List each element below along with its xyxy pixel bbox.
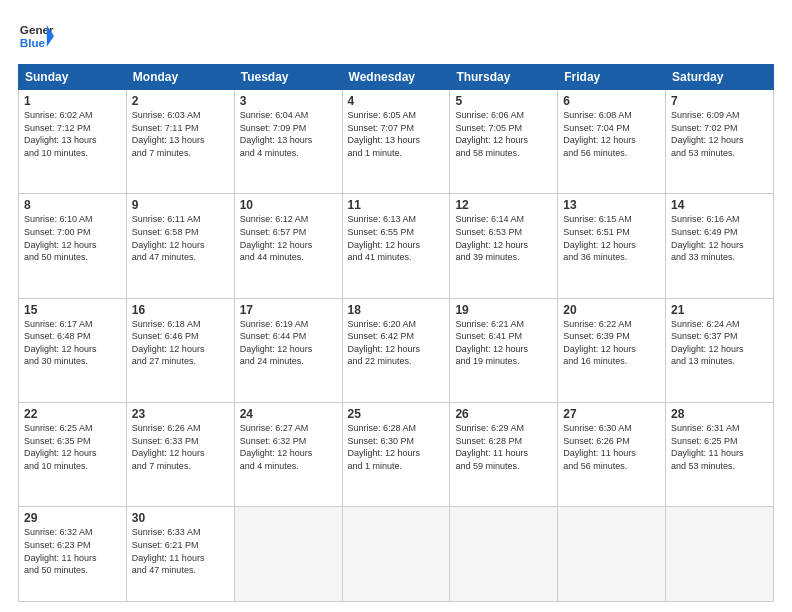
day-info: Sunrise: 6:14 AMSunset: 6:53 PMDaylight:… [455,213,552,263]
calendar-cell: 20Sunrise: 6:22 AMSunset: 6:39 PMDayligh… [558,298,666,402]
day-info: Sunrise: 6:08 AMSunset: 7:04 PMDaylight:… [563,109,660,159]
calendar-cell [342,507,450,602]
week-row-4: 22Sunrise: 6:25 AMSunset: 6:35 PMDayligh… [19,402,774,506]
day-info: Sunrise: 6:24 AMSunset: 6:37 PMDaylight:… [671,318,768,368]
day-info: Sunrise: 6:06 AMSunset: 7:05 PMDaylight:… [455,109,552,159]
day-number: 23 [132,407,229,421]
calendar-cell: 27Sunrise: 6:30 AMSunset: 6:26 PMDayligh… [558,402,666,506]
calendar-cell: 28Sunrise: 6:31 AMSunset: 6:25 PMDayligh… [666,402,774,506]
calendar-cell: 17Sunrise: 6:19 AMSunset: 6:44 PMDayligh… [234,298,342,402]
day-info: Sunrise: 6:20 AMSunset: 6:42 PMDaylight:… [348,318,445,368]
week-row-1: 1Sunrise: 6:02 AMSunset: 7:12 PMDaylight… [19,90,774,194]
calendar-cell: 13Sunrise: 6:15 AMSunset: 6:51 PMDayligh… [558,194,666,298]
day-info: Sunrise: 6:22 AMSunset: 6:39 PMDaylight:… [563,318,660,368]
day-info: Sunrise: 6:03 AMSunset: 7:11 PMDaylight:… [132,109,229,159]
day-number: 20 [563,303,660,317]
day-number: 2 [132,94,229,108]
day-info: Sunrise: 6:33 AMSunset: 6:21 PMDaylight:… [132,526,229,576]
calendar-cell: 12Sunrise: 6:14 AMSunset: 6:53 PMDayligh… [450,194,558,298]
calendar-cell: 9Sunrise: 6:11 AMSunset: 6:58 PMDaylight… [126,194,234,298]
day-number: 11 [348,198,445,212]
day-info: Sunrise: 6:31 AMSunset: 6:25 PMDaylight:… [671,422,768,472]
day-number: 7 [671,94,768,108]
calendar-cell: 8Sunrise: 6:10 AMSunset: 7:00 PMDaylight… [19,194,127,298]
day-header-wednesday: Wednesday [342,65,450,90]
day-number: 22 [24,407,121,421]
day-info: Sunrise: 6:28 AMSunset: 6:30 PMDaylight:… [348,422,445,472]
day-number: 12 [455,198,552,212]
day-number: 14 [671,198,768,212]
day-info: Sunrise: 6:02 AMSunset: 7:12 PMDaylight:… [24,109,121,159]
day-number: 13 [563,198,660,212]
logo: General Blue [18,18,54,54]
calendar-cell: 14Sunrise: 6:16 AMSunset: 6:49 PMDayligh… [666,194,774,298]
day-number: 26 [455,407,552,421]
day-header-friday: Friday [558,65,666,90]
calendar-cell: 15Sunrise: 6:17 AMSunset: 6:48 PMDayligh… [19,298,127,402]
day-number: 21 [671,303,768,317]
day-number: 30 [132,511,229,525]
logo-icon: General Blue [18,18,54,54]
calendar-cell: 24Sunrise: 6:27 AMSunset: 6:32 PMDayligh… [234,402,342,506]
calendar-cell: 4Sunrise: 6:05 AMSunset: 7:07 PMDaylight… [342,90,450,194]
calendar-cell: 23Sunrise: 6:26 AMSunset: 6:33 PMDayligh… [126,402,234,506]
week-row-2: 8Sunrise: 6:10 AMSunset: 7:00 PMDaylight… [19,194,774,298]
day-info: Sunrise: 6:10 AMSunset: 7:00 PMDaylight:… [24,213,121,263]
calendar-cell: 25Sunrise: 6:28 AMSunset: 6:30 PMDayligh… [342,402,450,506]
calendar-cell [450,507,558,602]
calendar-cell: 16Sunrise: 6:18 AMSunset: 6:46 PMDayligh… [126,298,234,402]
day-info: Sunrise: 6:25 AMSunset: 6:35 PMDaylight:… [24,422,121,472]
day-number: 17 [240,303,337,317]
day-info: Sunrise: 6:16 AMSunset: 6:49 PMDaylight:… [671,213,768,263]
calendar-cell [558,507,666,602]
day-info: Sunrise: 6:12 AMSunset: 6:57 PMDaylight:… [240,213,337,263]
day-info: Sunrise: 6:15 AMSunset: 6:51 PMDaylight:… [563,213,660,263]
calendar-cell: 19Sunrise: 6:21 AMSunset: 6:41 PMDayligh… [450,298,558,402]
day-number: 10 [240,198,337,212]
day-number: 16 [132,303,229,317]
day-info: Sunrise: 6:27 AMSunset: 6:32 PMDaylight:… [240,422,337,472]
day-header-sunday: Sunday [19,65,127,90]
calendar-table: SundayMondayTuesdayWednesdayThursdayFrid… [18,64,774,602]
calendar-cell [234,507,342,602]
calendar-cell: 5Sunrise: 6:06 AMSunset: 7:05 PMDaylight… [450,90,558,194]
header: General Blue [18,18,774,54]
day-number: 29 [24,511,121,525]
day-number: 6 [563,94,660,108]
calendar-cell: 10Sunrise: 6:12 AMSunset: 6:57 PMDayligh… [234,194,342,298]
week-row-5: 29Sunrise: 6:32 AMSunset: 6:23 PMDayligh… [19,507,774,602]
calendar-cell: 11Sunrise: 6:13 AMSunset: 6:55 PMDayligh… [342,194,450,298]
day-info: Sunrise: 6:13 AMSunset: 6:55 PMDaylight:… [348,213,445,263]
calendar-cell: 21Sunrise: 6:24 AMSunset: 6:37 PMDayligh… [666,298,774,402]
day-header-thursday: Thursday [450,65,558,90]
day-number: 25 [348,407,445,421]
day-header-saturday: Saturday [666,65,774,90]
day-number: 19 [455,303,552,317]
calendar-cell: 3Sunrise: 6:04 AMSunset: 7:09 PMDaylight… [234,90,342,194]
day-info: Sunrise: 6:05 AMSunset: 7:07 PMDaylight:… [348,109,445,159]
day-info: Sunrise: 6:04 AMSunset: 7:09 PMDaylight:… [240,109,337,159]
day-number: 9 [132,198,229,212]
calendar-cell: 6Sunrise: 6:08 AMSunset: 7:04 PMDaylight… [558,90,666,194]
day-number: 27 [563,407,660,421]
calendar-cell: 7Sunrise: 6:09 AMSunset: 7:02 PMDaylight… [666,90,774,194]
day-header-monday: Monday [126,65,234,90]
calendar-cell: 30Sunrise: 6:33 AMSunset: 6:21 PMDayligh… [126,507,234,602]
day-number: 15 [24,303,121,317]
calendar-cell: 29Sunrise: 6:32 AMSunset: 6:23 PMDayligh… [19,507,127,602]
day-info: Sunrise: 6:18 AMSunset: 6:46 PMDaylight:… [132,318,229,368]
week-row-3: 15Sunrise: 6:17 AMSunset: 6:48 PMDayligh… [19,298,774,402]
day-number: 4 [348,94,445,108]
page: General Blue SundayMondayTuesdayWednesda… [0,0,792,612]
calendar-cell: 2Sunrise: 6:03 AMSunset: 7:11 PMDaylight… [126,90,234,194]
day-number: 3 [240,94,337,108]
day-number: 18 [348,303,445,317]
calendar-cell: 26Sunrise: 6:29 AMSunset: 6:28 PMDayligh… [450,402,558,506]
header-row: SundayMondayTuesdayWednesdayThursdayFrid… [19,65,774,90]
day-number: 28 [671,407,768,421]
day-info: Sunrise: 6:11 AMSunset: 6:58 PMDaylight:… [132,213,229,263]
day-info: Sunrise: 6:26 AMSunset: 6:33 PMDaylight:… [132,422,229,472]
day-number: 5 [455,94,552,108]
day-info: Sunrise: 6:30 AMSunset: 6:26 PMDaylight:… [563,422,660,472]
day-info: Sunrise: 6:09 AMSunset: 7:02 PMDaylight:… [671,109,768,159]
